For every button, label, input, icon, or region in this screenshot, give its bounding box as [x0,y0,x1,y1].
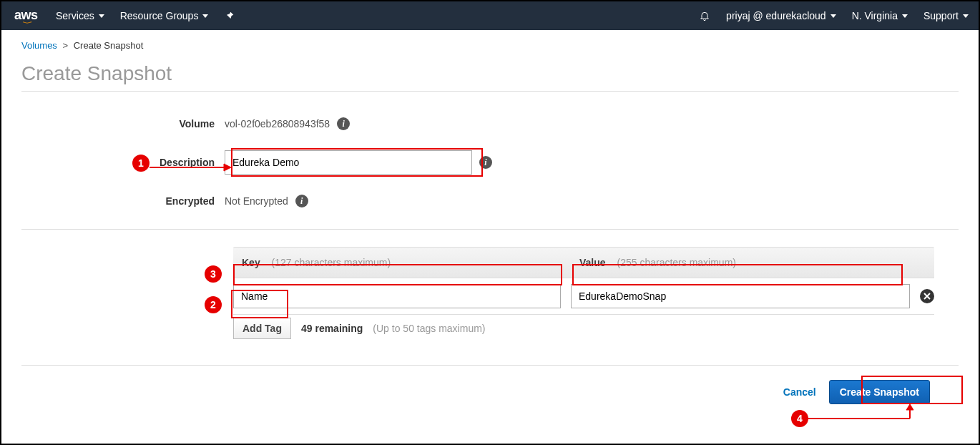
tag-value-input[interactable] [571,284,910,308]
breadcrumb-sep: > [63,40,69,51]
annotation-badge-3: 3 [205,265,222,283]
annotation-badge-1: 1 [132,155,150,172]
pin-icon [224,10,235,21]
nav-region[interactable]: N. Virginia [852,10,908,21]
info-icon[interactable]: i [337,117,350,130]
footer-actions: Cancel Create Snapshot 4 [21,365,959,404]
tag-key-input[interactable] [233,284,561,308]
tag-row [233,278,934,314]
info-icon[interactable]: i [479,156,492,169]
description-input[interactable] [225,150,472,175]
breadcrumb: Volumes > Create Snapshot [21,40,959,51]
tags-value-header: Value [579,257,606,268]
annotation-badge-2: 2 [205,296,222,313]
nav-support-label: Support [923,10,959,21]
value-volume: vol-02f0eb26808943f58 [225,118,330,129]
tags-key-hint: (127 characters maximum) [272,257,391,268]
remove-tag-button[interactable] [920,289,934,303]
aws-logo[interactable]: aws [14,8,40,24]
nav-resource-groups-label: Resource Groups [120,10,199,21]
caret-down-icon [963,14,969,18]
tags-key-header: Key [242,257,260,268]
nav-services-label: Services [56,10,94,21]
add-tag-row: Add Tag 49 remaining (Up to 50 tags maxi… [233,315,934,346]
svg-marker-4 [224,164,231,171]
row-volume: Volume vol-02f0eb26808943f58 i [21,107,959,140]
nav-resource-groups[interactable]: Resource Groups [120,10,209,21]
tags-remaining: 49 remaining [301,323,363,334]
create-snapshot-button[interactable]: Create Snapshot [829,380,930,404]
add-tag-button[interactable]: Add Tag [233,318,291,339]
nav-account[interactable]: priyaj @ edurekacloud [726,10,836,21]
nav-region-label: N. Virginia [852,10,898,21]
nav-services[interactable]: Services [56,10,104,21]
cancel-button[interactable]: Cancel [783,386,816,398]
breadcrumb-volumes-link[interactable]: Volumes [21,40,57,51]
info-icon[interactable]: i [295,195,308,207]
svg-marker-7 [906,404,913,410]
caret-down-icon [202,14,208,18]
row-encrypted: Encrypted Not Encrypted i [21,185,959,217]
nav-notifications[interactable] [699,10,710,21]
tags-header: Key (127 characters maximum) Value (255 … [233,247,934,278]
annotation-arrow-1 [150,163,235,178]
label-volume: Volume [21,118,225,129]
nav-pin[interactable] [224,10,235,21]
tags-max-note: (Up to 50 tags maximum) [373,323,485,334]
aws-logo-text: aws [14,8,38,22]
caret-down-icon [902,14,908,18]
tags-value-hint: (255 characters maximum) [617,257,736,268]
caret-down-icon [99,14,104,18]
caret-down-icon [830,14,836,18]
annotation-arrow-4 [803,404,924,428]
nav-support[interactable]: Support [923,10,969,21]
label-encrypted: Encrypted [21,195,225,207]
close-icon [923,292,931,300]
top-nav: aws Services Resource Groups priyaj @ ed… [1,1,979,30]
nav-account-label: priyaj @ edurekacloud [726,10,826,21]
breadcrumb-current: Create Snapshot [74,40,144,51]
tags-area: Key (127 characters maximum) Value (255 … [233,247,959,346]
bell-icon [699,10,710,21]
page-title: Create Snapshot [21,62,959,92]
value-encrypted: Not Encrypted [225,195,288,207]
